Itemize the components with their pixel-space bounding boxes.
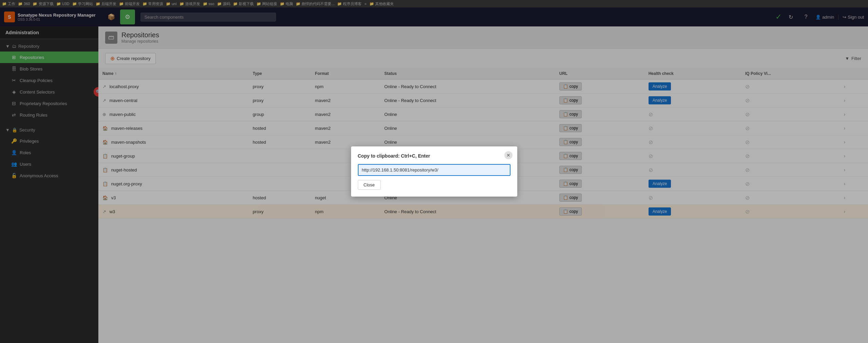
modal-close-btn[interactable]: Close	[358, 180, 381, 190]
modal-actions: Close	[358, 180, 510, 190]
modal-close-x-btn[interactable]: ✕	[504, 151, 513, 159]
modal-url-input[interactable]	[358, 164, 510, 176]
modal-title: Copy to clipboard: Ctrl+C, Enter	[358, 153, 510, 159]
copy-modal: Copy to clipboard: Ctrl+C, Enter ✕ Close	[351, 146, 517, 197]
modal-overlay[interactable]: Copy to clipboard: Ctrl+C, Enter ✕ Close	[0, 0, 868, 343]
